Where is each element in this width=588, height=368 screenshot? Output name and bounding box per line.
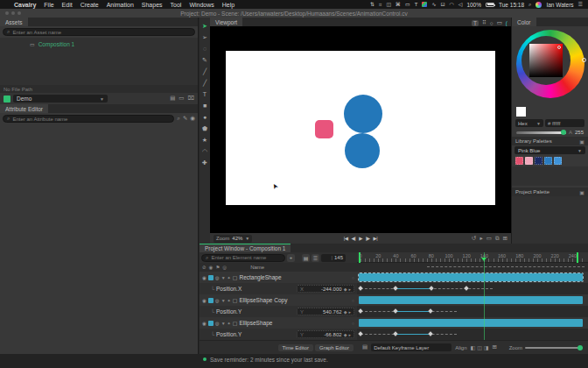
- palette-swatch-1[interactable]: [525, 157, 533, 165]
- ellipse-shape[interactable]: [345, 133, 380, 168]
- search-settings-button[interactable]: ⌕: [177, 116, 180, 122]
- keyframe-diamond[interactable]: [464, 286, 469, 291]
- property-row-5[interactable]: └Position.YY-66.802◆▸: [200, 329, 357, 340]
- layer-color-swatch[interactable]: [208, 298, 214, 303]
- play-button[interactable]: ▶: [359, 236, 362, 241]
- connector-tool[interactable]: ╱: [200, 77, 210, 88]
- menu-windows[interactable]: Windows: [189, 2, 214, 8]
- layer-row-0[interactable]: ◉◍▼✦▢RectangleShape○: [200, 272, 357, 283]
- layer-options-icon[interactable]: ○: [352, 275, 354, 280]
- palette-menu-icon[interactable]: ▣: [579, 189, 584, 195]
- keyframe-diamond[interactable]: [358, 308, 363, 314]
- composition-canvas[interactable]: ➤: [226, 51, 495, 205]
- render-icon[interactable]: ▸: [480, 236, 482, 242]
- keyframe-diamond[interactable]: [394, 331, 399, 336]
- menu-create[interactable]: Create: [80, 2, 99, 8]
- property-row-3[interactable]: └Position.YY540.762◆▸: [200, 306, 357, 317]
- polygon-tool[interactable]: ⬟: [200, 123, 210, 133]
- tab-attribute-editor[interactable]: Attribute Editor: [0, 104, 48, 113]
- track-row-3[interactable]: [357, 306, 588, 317]
- keyframe-icon[interactable]: ✦: [228, 275, 231, 280]
- delete-button[interactable]: ⌧: [188, 96, 195, 102]
- filter-settings-button[interactable]: ☰: [312, 254, 319, 262]
- keyframe-diamond-icon[interactable]: ◆: [344, 309, 347, 315]
- viewport-canvas-area[interactable]: ➤: [210, 26, 511, 233]
- expand-chevron-icon[interactable]: ▼: [221, 321, 226, 326]
- palette-swatch-0[interactable]: [515, 157, 523, 165]
- visibility-eye-icon[interactable]: ◉: [202, 275, 206, 280]
- layer-row-2[interactable]: ◉◍▼✦▢EllipseShape Copy○: [200, 294, 357, 306]
- palette-swatch-3[interactable]: [544, 157, 552, 165]
- palette-menu-icon[interactable]: ▣: [579, 138, 584, 145]
- visibility-eye-icon[interactable]: ◉: [202, 298, 206, 303]
- grid-button[interactable]: ⠿: [482, 19, 486, 26]
- go-to-start-button[interactable]: |◀: [344, 236, 348, 241]
- layer-duration-bar[interactable]: [359, 296, 583, 304]
- saturation-value-square[interactable]: [529, 44, 563, 77]
- filter-button[interactable]: ✎: [183, 116, 187, 122]
- palette-swatch-4[interactable]: [554, 157, 562, 165]
- hue-marker[interactable]: [582, 58, 586, 62]
- color-app-icon[interactable]: [422, 2, 427, 7]
- keyframe-diamond[interactable]: [358, 331, 363, 336]
- palette-swatch-2[interactable]: [535, 157, 542, 165]
- layer-options-icon[interactable]: ○: [352, 321, 354, 326]
- filmstrip-icon[interactable]: ▭: [486, 236, 492, 242]
- lasso-tool[interactable]: ◌: [200, 43, 210, 53]
- property-value-field[interactable]: Y-66.802◆▸: [297, 330, 354, 338]
- duplicate-icon[interactable]: ⧉: [495, 236, 500, 242]
- menu-shapes[interactable]: Shapes: [142, 2, 163, 8]
- switch-icon[interactable]: ⇅: [370, 2, 374, 7]
- text-overlay-button[interactable]: T: [472, 20, 479, 26]
- layer-color-swatch[interactable]: [208, 275, 214, 280]
- pin-button[interactable]: ◉: [190, 116, 195, 122]
- grid-app-icon[interactable]: ⌗: [379, 2, 382, 7]
- keyframe-icon[interactable]: ✦: [228, 321, 231, 326]
- property-row-1[interactable]: └Position.XX-244.000◆▸: [200, 283, 357, 294]
- add-element-button[interactable]: +: [287, 254, 295, 262]
- display-button[interactable]: ▭: [178, 96, 184, 102]
- spotlight-search-icon[interactable]: ⌕: [528, 2, 531, 7]
- keyframe-diamond[interactable]: [394, 308, 399, 314]
- keyframe-diamond[interactable]: [394, 286, 399, 291]
- menu-file[interactable]: File: [44, 2, 53, 8]
- control-center-icon[interactable]: ☰: [578, 2, 583, 7]
- track-row-1[interactable]: [357, 283, 588, 294]
- menu-edit[interactable]: Edit: [62, 2, 73, 8]
- current-frame-field[interactable]: |145: [321, 254, 346, 262]
- rectangle-shape[interactable]: [315, 120, 333, 138]
- track-row-2[interactable]: [357, 294, 588, 306]
- add-point-tool[interactable]: ✚: [200, 157, 210, 167]
- graph-editor-button[interactable]: Graph Editor: [315, 344, 354, 351]
- render-toggle-icon[interactable]: ◍: [215, 321, 220, 326]
- window-icon[interactable]: ◫: [386, 2, 391, 7]
- step-back-button[interactable]: ◀|: [351, 236, 355, 241]
- keyboard-icon[interactable]: ⌘: [396, 2, 401, 7]
- viewport-zoom-select[interactable]: Zoom 42% ▼: [214, 235, 252, 243]
- select-tool[interactable]: ➤: [200, 20, 210, 31]
- color-mode-select[interactable]: Hex ▼: [515, 119, 543, 127]
- menu-animation[interactable]: Animation: [107, 2, 134, 8]
- next-keyframe-icon[interactable]: ▸: [348, 309, 351, 315]
- asset-item-composition[interactable]: ▭ Composition 1: [0, 39, 198, 49]
- snapping-button[interactable]: ▭: [497, 19, 502, 26]
- render-toggle-icon[interactable]: ◍: [215, 298, 220, 303]
- text-tool-icon[interactable]: T: [415, 2, 418, 7]
- workarea-end-marker[interactable]: [577, 252, 578, 263]
- assets-search-input[interactable]: ⌕ Enter an Asset name: [3, 28, 195, 36]
- alpha-slider-handle[interactable]: [561, 130, 566, 135]
- keyframe-diamond[interactable]: [428, 308, 433, 314]
- tab-assets[interactable]: Assets: [0, 18, 28, 26]
- go-to-end-button[interactable]: ▶|: [374, 236, 378, 241]
- align-center-icon[interactable]: ◫: [477, 344, 482, 350]
- keyframe-icon[interactable]: ✦: [228, 298, 231, 303]
- wifi-icon[interactable]: ◠: [450, 2, 454, 7]
- menubar-clock[interactable]: Tue 15:18: [499, 2, 524, 8]
- layer-row-4[interactable]: ◉◍▼✦▢EllipseShape○: [200, 317, 357, 329]
- app-menu[interactable]: Cavalry: [14, 2, 36, 8]
- bluetooth-icon[interactable]: ∿: [431, 2, 436, 7]
- layer-duration-bar[interactable]: [359, 319, 583, 327]
- next-keyframe-icon[interactable]: ▸: [348, 287, 351, 292]
- pen-tool[interactable]: ✎: [200, 54, 210, 65]
- track-row-4[interactable]: [357, 317, 588, 329]
